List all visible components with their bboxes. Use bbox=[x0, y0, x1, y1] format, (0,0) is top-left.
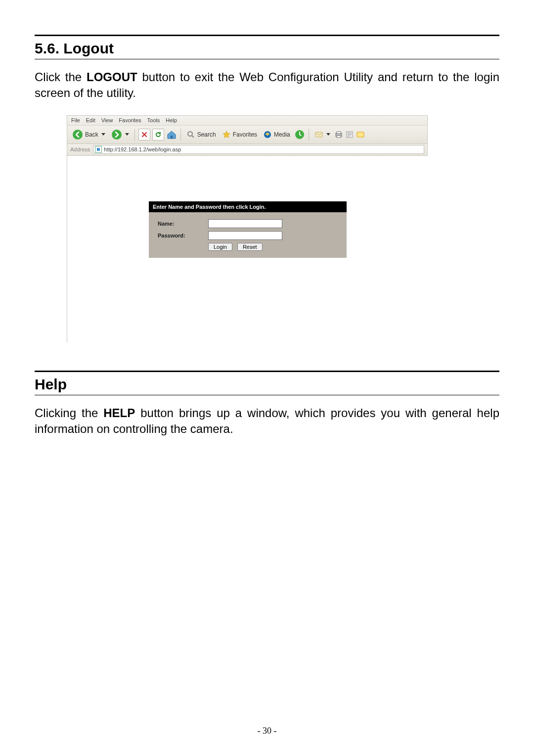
svg-point-6 bbox=[267, 134, 268, 136]
name-input[interactable] bbox=[208, 219, 282, 228]
discuss-button[interactable] bbox=[356, 130, 365, 139]
menu-file[interactable]: File bbox=[71, 117, 80, 123]
search-label: Search bbox=[197, 131, 216, 138]
svg-rect-11 bbox=[337, 136, 341, 138]
svg-point-3 bbox=[188, 132, 192, 136]
name-label: Name: bbox=[158, 221, 201, 227]
svg-rect-2 bbox=[171, 136, 173, 139]
chevron-down-icon bbox=[101, 133, 105, 136]
media-label: Media bbox=[274, 131, 290, 138]
svg-point-1 bbox=[112, 130, 122, 140]
menu-help[interactable]: Help bbox=[166, 117, 177, 123]
stop-button[interactable] bbox=[138, 129, 150, 141]
edit-button[interactable] bbox=[345, 130, 354, 139]
home-button[interactable] bbox=[166, 129, 177, 140]
chevron-down-icon bbox=[326, 133, 330, 136]
logout-para-pre: Click the bbox=[35, 70, 87, 84]
login-buttons: Login Reset bbox=[208, 243, 338, 253]
login-row-name: Name: bbox=[158, 219, 338, 228]
help-top-rule bbox=[35, 371, 499, 372]
menu-view[interactable]: View bbox=[101, 117, 113, 123]
refresh-button[interactable] bbox=[152, 129, 164, 141]
address-field[interactable]: http://192.168.1.2/web/login.asp bbox=[93, 145, 424, 154]
address-url: http://192.168.1.2/web/login.asp bbox=[104, 146, 181, 152]
toolbar-separator bbox=[180, 129, 181, 141]
top-rule bbox=[35, 35, 499, 36]
svg-point-0 bbox=[73, 130, 83, 140]
ie-screenshot: File Edit View Favorites Tools Help Back bbox=[67, 115, 428, 343]
ie-address-bar: Address http://192.168.1.2/web/login.asp bbox=[67, 144, 428, 156]
back-icon bbox=[72, 129, 83, 140]
media-icon bbox=[263, 130, 272, 139]
svg-line-4 bbox=[192, 136, 194, 138]
forward-icon bbox=[111, 129, 122, 140]
ie-toolbar: Back bbox=[67, 125, 428, 144]
help-heading: Help bbox=[35, 376, 499, 393]
password-input[interactable] bbox=[208, 231, 282, 240]
help-para-pre: Clicking the bbox=[35, 406, 103, 420]
mail-icon bbox=[314, 130, 323, 139]
ie-menubar: File Edit View Favorites Tools Help bbox=[67, 115, 428, 125]
back-label: Back bbox=[85, 131, 98, 138]
svg-rect-13 bbox=[357, 132, 364, 137]
login-body: Name: Password: Login Reset bbox=[149, 212, 347, 258]
password-label: Password: bbox=[158, 233, 201, 238]
menu-favorites[interactable]: Favorites bbox=[119, 117, 141, 123]
star-icon bbox=[222, 130, 231, 139]
chevron-down-icon bbox=[125, 133, 129, 136]
address-label: Address bbox=[70, 146, 90, 152]
help-paragraph: Clicking the HELP button brings up a win… bbox=[35, 405, 499, 437]
favorites-button[interactable]: Favorites bbox=[220, 129, 259, 140]
reset-button[interactable]: Reset bbox=[237, 243, 263, 251]
page-number: - 30 - bbox=[0, 726, 534, 736]
favorites-label: Favorites bbox=[233, 131, 257, 138]
logout-paragraph: Click the LOGOUT button to exit the Web … bbox=[35, 69, 499, 101]
search-button[interactable]: Search bbox=[184, 129, 218, 140]
back-button[interactable]: Back bbox=[70, 128, 107, 141]
logout-heading: 5.6. Logout bbox=[35, 40, 499, 57]
print-button[interactable] bbox=[334, 130, 343, 139]
menu-tools[interactable]: Tools bbox=[147, 117, 160, 123]
ie-content-area: Enter Name and Password then click Login… bbox=[67, 156, 428, 343]
forward-button[interactable] bbox=[109, 128, 131, 141]
search-icon bbox=[186, 130, 195, 139]
page-icon bbox=[95, 146, 102, 153]
svg-rect-10 bbox=[337, 132, 341, 134]
login-row-password: Password: bbox=[158, 231, 338, 240]
logout-underline bbox=[35, 59, 499, 59]
logout-para-bold: LOGOUT bbox=[87, 70, 137, 84]
menu-edit[interactable]: Edit bbox=[86, 117, 95, 123]
toolbar-separator bbox=[134, 129, 135, 141]
login-button[interactable]: Login bbox=[208, 243, 232, 251]
svg-rect-8 bbox=[315, 132, 322, 137]
help-para-bold: HELP bbox=[103, 406, 135, 420]
toolbar-separator bbox=[309, 129, 309, 141]
history-button[interactable] bbox=[294, 129, 305, 140]
media-button[interactable]: Media bbox=[261, 129, 292, 140]
mail-button[interactable] bbox=[312, 129, 332, 140]
help-underline bbox=[35, 395, 499, 395]
login-panel: Enter Name and Password then click Login… bbox=[149, 201, 347, 258]
login-header: Enter Name and Password then click Login… bbox=[149, 201, 347, 212]
